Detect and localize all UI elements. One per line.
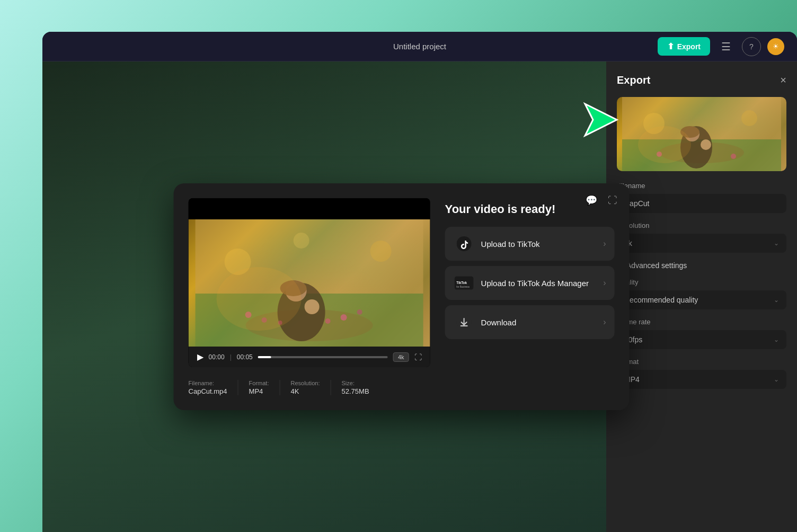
close-icon: × bbox=[780, 74, 786, 86]
format-field-label: Format bbox=[617, 358, 786, 366]
svg-marker-0 bbox=[585, 104, 617, 136]
resolution-select[interactable]: 4k ⌄ bbox=[617, 234, 786, 253]
svg-point-35 bbox=[731, 154, 736, 159]
filename-meta: Filename: CapCut.mp4 bbox=[189, 380, 238, 395]
progress-bar[interactable] bbox=[258, 356, 388, 358]
quality-chevron-icon: ⌄ bbox=[774, 296, 779, 304]
panel-header: Export × bbox=[617, 74, 786, 86]
panel-thumbnail bbox=[617, 97, 786, 171]
main-content: 💬 ⛶ bbox=[42, 61, 797, 532]
download-button[interactable]: Download › bbox=[445, 305, 615, 339]
stack-icon: ☰ bbox=[721, 40, 731, 53]
video-meta: Filename: CapCut.mp4 Format: MP4 Resolut… bbox=[189, 374, 430, 395]
resolution-value: 4K bbox=[290, 387, 320, 395]
time-separator: | bbox=[230, 353, 232, 361]
download-label: Download bbox=[481, 318, 517, 327]
avatar-icon: ☀ bbox=[773, 42, 779, 50]
export-label: Export bbox=[677, 42, 701, 51]
resolution-label: Resolution: bbox=[290, 380, 320, 386]
export-dialog: 💬 ⛶ bbox=[174, 183, 630, 410]
expand-button[interactable]: ⛶ bbox=[604, 192, 621, 209]
framerate-chevron-icon: ⌄ bbox=[774, 336, 779, 343]
chevron-right-download-icon: › bbox=[603, 317, 606, 327]
svg-point-5 bbox=[294, 233, 309, 249]
dialog-toolbar: 💬 ⛶ bbox=[583, 192, 621, 209]
play-icon: ▶ bbox=[197, 352, 203, 362]
size-meta: Size: 52.75MB bbox=[342, 380, 380, 395]
upload-tiktok-label: Upload to TikTok bbox=[481, 240, 540, 249]
svg-point-10 bbox=[305, 299, 320, 314]
video-scene-svg bbox=[189, 219, 430, 347]
tiktok-icon bbox=[455, 234, 474, 253]
help-icon: ? bbox=[749, 42, 754, 51]
panel-scene-svg bbox=[617, 97, 786, 171]
comment-icon: 💬 bbox=[586, 194, 597, 206]
progress-fill bbox=[258, 356, 271, 358]
format-chevron-icon: ⌄ bbox=[774, 376, 779, 383]
upload-tiktok-button[interactable]: Upload to TikTok › bbox=[445, 227, 615, 261]
duration: 00:05 bbox=[237, 353, 253, 361]
quality-badge[interactable]: 4k bbox=[393, 352, 409, 362]
project-title: Untitled project bbox=[393, 42, 446, 51]
format-label: Format: bbox=[249, 380, 269, 386]
tiktok-ads-icon: TikTok for Business bbox=[455, 273, 474, 292]
actions-section: Your video is ready! Upload to TikTok › bbox=[445, 198, 615, 395]
avatar-button[interactable]: ☀ bbox=[767, 38, 784, 55]
dialog-layout: ▶ 00:00 | 00:05 4k ⛶ bbox=[189, 198, 615, 395]
svg-point-16 bbox=[325, 318, 331, 324]
chevron-right-ads-icon: › bbox=[603, 278, 606, 288]
svg-point-17 bbox=[217, 267, 302, 331]
export-panel: Export × bbox=[606, 61, 797, 532]
app-window: Untitled project ⬆ Export ☰ ? ☀ bbox=[42, 32, 797, 532]
quality-select[interactable]: Recommended quality ⌄ bbox=[617, 290, 786, 309]
upload-tiktok-ads-button[interactable]: TikTok for Business Upload to TikTok Ads… bbox=[445, 266, 615, 300]
svg-point-36 bbox=[638, 126, 691, 163]
quality-field-label: Quality bbox=[617, 278, 786, 286]
current-time: 00:00 bbox=[209, 353, 225, 361]
svg-point-4 bbox=[370, 241, 392, 262]
quality-select-value: Recommended quality bbox=[624, 296, 698, 304]
advanced-settings-label: Advanced settings bbox=[626, 261, 687, 270]
filename-value: CapCut.mp4 bbox=[189, 387, 227, 395]
video-player: ▶ 00:00 | 00:05 4k ⛶ bbox=[189, 198, 430, 367]
export-button[interactable]: ⬆ Export bbox=[658, 37, 710, 56]
format-meta: Format: MP4 bbox=[249, 380, 280, 395]
framerate-select[interactable]: 60fps ⌄ bbox=[617, 330, 786, 349]
filename-field-label: Filename bbox=[617, 182, 786, 190]
video-controls: ▶ 00:00 | 00:05 4k ⛶ bbox=[189, 347, 430, 367]
resolution-chevron-icon: ⌄ bbox=[774, 240, 779, 247]
resolution-meta: Resolution: 4K bbox=[290, 380, 331, 395]
chevron-right-icon: › bbox=[603, 239, 606, 249]
svg-point-33 bbox=[701, 139, 711, 150]
top-bar: Untitled project ⬆ Export ☰ ? ☀ bbox=[42, 32, 797, 61]
help-icon-button[interactable]: ? bbox=[742, 37, 761, 56]
video-black-bar bbox=[189, 198, 430, 219]
resolution-field-label: Resolution bbox=[617, 221, 786, 229]
arrow-indicator bbox=[580, 99, 622, 143]
export-upload-icon: ⬆ bbox=[667, 41, 674, 51]
comment-button[interactable]: 💬 bbox=[583, 192, 600, 209]
size-label: Size: bbox=[342, 380, 369, 386]
format-select[interactable]: MP4 ⌄ bbox=[617, 370, 786, 389]
svg-text:for Business: for Business bbox=[456, 286, 470, 288]
fullscreen-button[interactable]: ⛶ bbox=[414, 353, 422, 361]
close-panel-button[interactable]: × bbox=[780, 74, 786, 86]
expand-icon: ⛶ bbox=[608, 195, 617, 206]
fullscreen-icon: ⛶ bbox=[414, 353, 422, 361]
stack-icon-button[interactable]: ☰ bbox=[716, 37, 736, 56]
panel-title: Export bbox=[617, 74, 650, 86]
svg-point-14 bbox=[357, 309, 362, 315]
upload-tiktok-ads-label: Upload to TikTok Ads Manager bbox=[481, 279, 589, 288]
play-button[interactable]: ▶ bbox=[197, 352, 203, 362]
format-value: MP4 bbox=[249, 387, 269, 395]
video-thumbnail bbox=[189, 219, 430, 347]
svg-text:TikTok: TikTok bbox=[456, 281, 467, 285]
framerate-field-label: Frame rate bbox=[617, 318, 786, 326]
filename-label: Filename: bbox=[189, 380, 227, 386]
download-icon bbox=[455, 313, 474, 332]
filename-input[interactable] bbox=[617, 194, 786, 213]
svg-point-28 bbox=[741, 110, 757, 126]
video-section: ▶ 00:00 | 00:05 4k ⛶ bbox=[189, 198, 430, 395]
svg-point-13 bbox=[341, 314, 347, 321]
size-value: 52.75MB bbox=[342, 387, 369, 395]
